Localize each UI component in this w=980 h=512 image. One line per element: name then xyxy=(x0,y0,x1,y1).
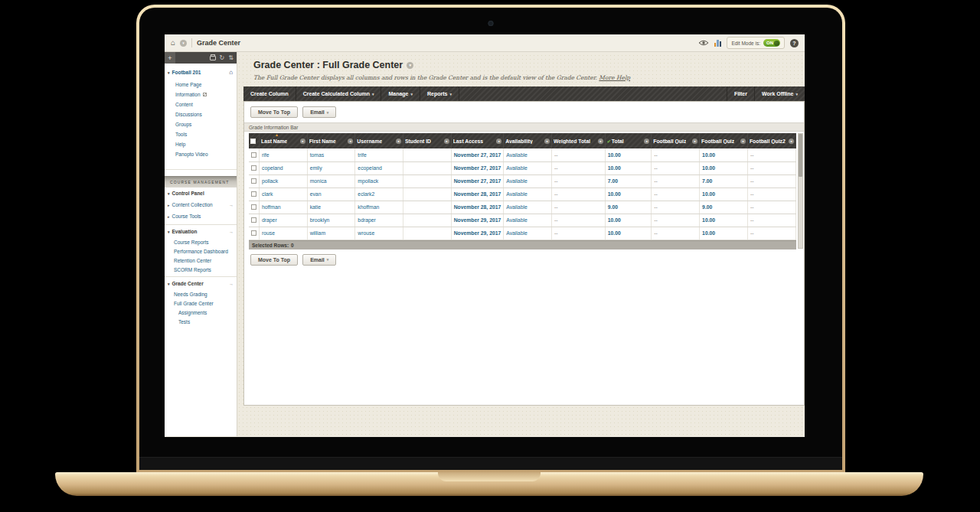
cell-football-quiz[interactable]: -- xyxy=(652,214,700,227)
sidebar-item-tools[interactable]: Tools xyxy=(165,129,237,139)
open-panel-arrow-icon[interactable]: → xyxy=(229,282,234,286)
refresh-icon[interactable]: ↻ xyxy=(220,55,225,61)
sidebar-item-help[interactable]: Help xyxy=(165,139,237,149)
select-all-header[interactable] xyxy=(249,133,260,148)
column-header-football-quiz[interactable]: Football Quiz▾ xyxy=(652,133,700,148)
scrollbar-thumb[interactable] xyxy=(799,134,802,177)
sidebar-item-content[interactable]: Content xyxy=(165,99,237,109)
cell-football-quiz[interactable]: 9.00 xyxy=(700,201,748,214)
column-header-football-quiz[interactable]: Football Quiz▾ xyxy=(700,133,748,148)
row-checkbox[interactable] xyxy=(251,152,256,158)
chevron-down-icon[interactable]: ▾ xyxy=(180,40,187,47)
control-panel-scorm-reports[interactable]: SCORM Reports xyxy=(165,265,237,274)
row-checkbox[interactable] xyxy=(251,204,256,210)
column-header-availability[interactable]: Availability▾ xyxy=(504,133,552,148)
cell-football-quiz[interactable]: 10.00 xyxy=(700,227,748,240)
control-panel-retention-center[interactable]: Retention Center xyxy=(165,256,237,265)
edit-mode-toggle[interactable]: ON xyxy=(763,39,780,47)
reorder-icon[interactable]: ⇅ xyxy=(228,55,234,61)
sidebar-item-groups[interactable]: Groups xyxy=(165,119,237,129)
home-icon[interactable]: ⌂ xyxy=(171,39,175,47)
open-panel-arrow-icon[interactable]: → xyxy=(229,230,234,234)
control-panel-full-grade-center[interactable]: Full Grade Center xyxy=(165,298,237,308)
control-panel-course-reports[interactable]: Course Reports xyxy=(165,237,237,246)
student-preview-eye-icon[interactable] xyxy=(698,39,709,47)
cell-football-quiz2[interactable]: -- xyxy=(747,174,795,188)
help-icon[interactable]: ? xyxy=(790,39,799,47)
cell-total[interactable]: 7.00 xyxy=(605,174,651,188)
row-checkbox[interactable] xyxy=(251,178,256,184)
sidebar-item-information[interactable]: Information xyxy=(165,90,237,99)
breadcrumb[interactable]: Grade Center xyxy=(197,39,240,47)
column-menu-icon[interactable]: ▾ xyxy=(300,139,305,144)
action-manage[interactable]: Manage▾ xyxy=(381,86,420,101)
sidebar-item-discussions[interactable]: Discussions xyxy=(165,109,237,119)
row-select-cell[interactable] xyxy=(249,188,260,201)
cell-football-quiz[interactable]: -- xyxy=(652,148,700,161)
sidebar-item-home-page[interactable]: Home Page xyxy=(165,80,237,90)
column-header-student-id[interactable]: Student ID▾ xyxy=(403,133,452,148)
cell-weighted-total[interactable]: -- xyxy=(551,188,605,201)
cell-football-quiz2[interactable]: -- xyxy=(747,227,795,240)
column-header-last-name[interactable]: ▲Last Name▾ xyxy=(260,133,308,148)
control-panel-grade-center[interactable]: ▾Grade Center→ xyxy=(165,276,237,289)
cell-football-quiz2[interactable]: -- xyxy=(747,161,795,174)
column-menu-icon[interactable]: ▾ xyxy=(644,139,649,144)
cell-football-quiz[interactable]: 10.00 xyxy=(700,161,748,174)
action-filter[interactable]: Filter xyxy=(727,86,754,101)
open-panel-arrow-icon[interactable]: → xyxy=(229,203,234,207)
cell-football-quiz2[interactable]: -- xyxy=(747,148,795,161)
performance-chart-icon[interactable] xyxy=(714,40,722,47)
cell-weighted-total[interactable]: -- xyxy=(551,148,605,161)
column-header-weighted-total[interactable]: Weighted Total▾ xyxy=(551,133,605,148)
cell-total[interactable]: 10.00 xyxy=(605,148,651,161)
cell-total[interactable]: 10.00 xyxy=(605,161,651,174)
cell-football-quiz[interactable]: -- xyxy=(652,161,700,174)
action-work-offline[interactable]: Work Offline▾ xyxy=(754,86,805,101)
control-panel-assignments[interactable]: Assignments xyxy=(165,308,237,317)
column-menu-icon[interactable]: ▾ xyxy=(444,139,449,144)
cell-total[interactable]: 10.00 xyxy=(605,214,651,227)
email-button[interactable]: Email ▾ xyxy=(302,106,336,118)
cell-total[interactable]: 9.00 xyxy=(605,201,651,214)
cell-weighted-total[interactable]: -- xyxy=(551,161,605,174)
control-panel-course-tools[interactable]: ▸Course Tools xyxy=(165,210,237,222)
cell-weighted-total[interactable]: -- xyxy=(551,201,605,214)
column-menu-icon[interactable]: ▾ xyxy=(692,139,697,144)
course-title-row[interactable]: ▾ Football 201 ⌂ xyxy=(165,64,237,80)
action-create-column[interactable]: Create Column xyxy=(243,86,296,101)
column-menu-icon[interactable]: ▾ xyxy=(496,139,501,144)
row-checkbox[interactable] xyxy=(251,230,256,236)
course-home-icon[interactable]: ⌂ xyxy=(229,69,233,76)
column-header-total[interactable]: ✔Total▾ xyxy=(605,133,651,148)
cell-football-quiz[interactable]: 10.00 xyxy=(700,148,748,161)
cell-weighted-total[interactable]: -- xyxy=(551,214,605,227)
row-select-cell[interactable] xyxy=(249,161,260,174)
cell-football-quiz2[interactable]: -- xyxy=(747,188,795,201)
cell-football-quiz[interactable]: 10.00 xyxy=(700,188,748,201)
context-menu-icon[interactable]: ▾ xyxy=(407,62,413,69)
cell-football-quiz[interactable]: 7.00 xyxy=(700,174,748,188)
cell-football-quiz2[interactable]: -- xyxy=(747,201,795,214)
row-select-cell[interactable] xyxy=(249,214,260,227)
row-checkbox[interactable] xyxy=(251,165,256,171)
row-checkbox[interactable] xyxy=(251,191,256,197)
cell-weighted-total[interactable]: -- xyxy=(551,174,605,188)
control-panel-tests[interactable]: Tests xyxy=(165,317,237,326)
row-select-cell[interactable] xyxy=(249,201,260,214)
cell-football-quiz[interactable]: -- xyxy=(652,227,700,240)
action-reports[interactable]: Reports▾ xyxy=(420,86,459,101)
control-panel-evaluation[interactable]: ▾Evaluation→ xyxy=(165,224,237,237)
action-create-calculated-column[interactable]: Create Calculated Column▾ xyxy=(296,86,382,101)
column-menu-icon[interactable]: ▾ xyxy=(348,139,353,144)
column-menu-icon[interactable]: ▾ xyxy=(740,139,746,144)
add-menu-item-button[interactable]: + xyxy=(165,52,175,64)
column-menu-icon[interactable]: ▾ xyxy=(544,139,550,144)
cell-football-quiz[interactable]: -- xyxy=(652,201,700,214)
control-panel-content-collection[interactable]: ▸Content Collection→ xyxy=(165,199,237,210)
cell-football-quiz[interactable]: -- xyxy=(652,188,700,201)
row-select-cell[interactable] xyxy=(249,148,260,161)
row-select-cell[interactable] xyxy=(249,174,260,188)
column-menu-icon[interactable]: ▾ xyxy=(396,139,401,144)
cell-football-quiz[interactable]: 10.00 xyxy=(700,214,748,227)
